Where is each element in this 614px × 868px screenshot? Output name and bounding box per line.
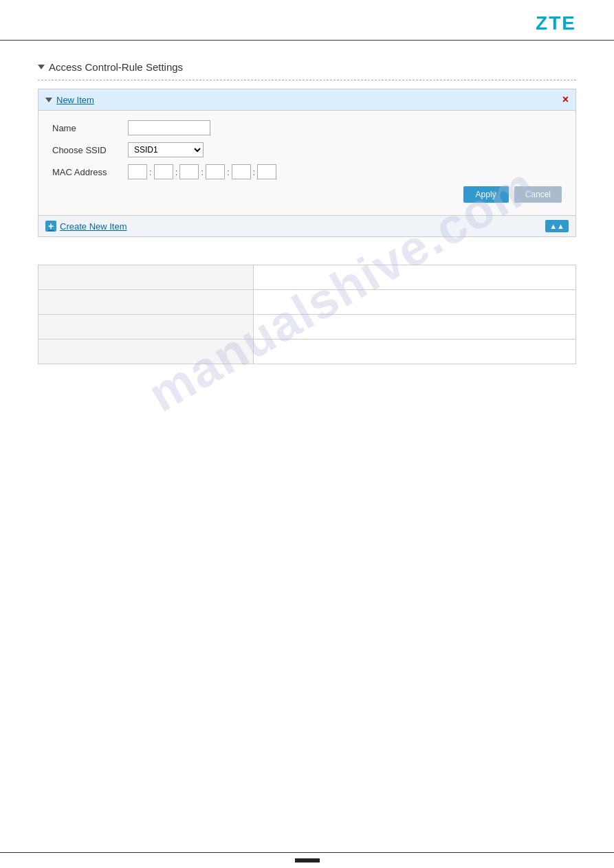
mac-row: MAC Address : : : : : [52,164,562,179]
panel-title[interactable]: New Item [56,95,94,105]
name-input[interactable] [128,120,210,135]
mac-octet-1[interactable] [128,164,147,179]
close-icon[interactable]: × [562,93,569,106]
data-table [38,265,576,364]
create-new-row: + Create New Item ▲▲ [38,216,576,237]
mac-colon-3: : [201,167,204,177]
table-cell [39,315,254,340]
page-footer [0,852,614,868]
table-row [39,290,576,315]
main-content: Access Control-Rule Settings New Item × … [0,41,614,385]
cancel-button[interactable]: Cancel [514,186,562,203]
table-cell [253,340,575,364]
panel-header: New Item × [39,89,575,111]
name-label: Name [52,123,128,133]
table-row [39,265,576,290]
ssid-row: Choose SSID SSID1 SSID2 SSID3 SSID4 [52,142,562,157]
table-cell [253,290,575,315]
mac-label: MAC Address [52,167,128,177]
button-row: Apply Cancel [52,186,562,205]
table-cell [39,340,254,364]
page-number [295,858,320,863]
apply-button[interactable]: Apply [463,186,509,203]
triangle-down-icon [38,65,45,69]
mac-octet-6[interactable] [257,164,276,179]
table-cell [39,290,254,315]
page-header: ZTE [0,0,614,41]
mac-colon-4: : [227,167,230,177]
ssid-label: Choose SSID [52,145,128,155]
table-cell [253,265,575,290]
plus-icon: + [45,221,56,232]
name-row: Name [52,120,562,135]
section-divider [38,80,576,80]
panel-triangle-icon [45,98,52,102]
mac-octet-2[interactable] [154,164,173,179]
create-new-label: Create New Item [60,221,127,232]
mac-octet-5[interactable] [232,164,251,179]
table-section [38,265,576,364]
mac-colon-5: : [253,167,256,177]
table-cell [39,265,254,290]
mac-colon-2: : [175,167,178,177]
panel-header-left: New Item [45,95,94,105]
mac-octet-4[interactable] [206,164,225,179]
table-row [39,315,576,340]
create-new-link[interactable]: + Create New Item [45,221,127,232]
mac-octet-3[interactable] [179,164,199,179]
zte-logo: ZTE [536,12,576,34]
ssid-select[interactable]: SSID1 SSID2 SSID3 SSID4 [128,142,204,157]
table-cell [253,315,575,340]
new-item-panel: New Item × Name Choose SSID SSID1 SSID2 … [38,89,576,216]
section-title: Access Control-Rule Settings [38,61,576,73]
table-row [39,340,576,364]
panel-body: Name Choose SSID SSID1 SSID2 SSID3 SSID4… [39,111,575,215]
scroll-up-button[interactable]: ▲▲ [545,220,569,232]
section-title-text: Access Control-Rule Settings [49,61,183,73]
mac-fields: : : : : : [128,164,276,179]
mac-colon-1: : [149,167,152,177]
